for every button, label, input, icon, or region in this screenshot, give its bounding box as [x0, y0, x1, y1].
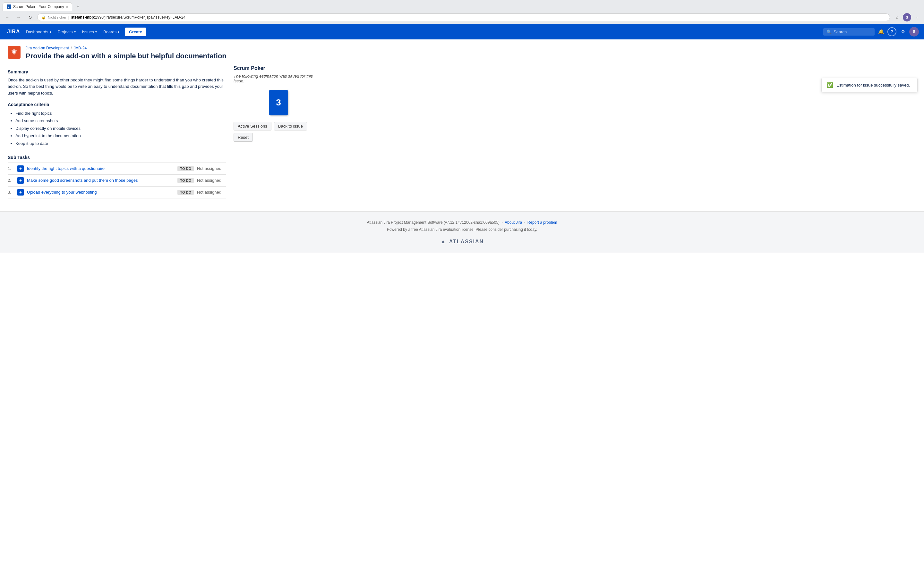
browser-nav-bar: ← → ↻ 🔒 Nicht sicher | stefans-mbp:2990/… — [0, 11, 924, 24]
subtask-number: 1. — [8, 166, 14, 171]
list-item: Keep it up to date — [15, 140, 226, 147]
notification-toast: ✅ Estimation for issue successfully save… — [821, 78, 918, 92]
svg-text:J: J — [8, 5, 9, 8]
breadcrumb-issue-key-link[interactable]: JAD-24 — [74, 46, 87, 50]
bookmark-button[interactable]: ☆ — [893, 13, 901, 22]
address-url: stefans-mbp:2990/jira/secure/ScrumPoker.… — [71, 15, 186, 19]
active-sessions-button[interactable]: Active Sessions — [234, 122, 271, 131]
nav-dashboards[interactable]: Dashboards ▾ — [23, 24, 54, 39]
assignee-text: Not assigned — [197, 166, 226, 171]
atlassian-logo-text: ATLASSIAN — [449, 239, 484, 245]
list-item: Display correctly on mobile devices — [15, 125, 226, 132]
subtask-type-icon — [17, 165, 24, 172]
new-tab-button[interactable]: + — [73, 2, 82, 11]
status-badge: TO DO — [178, 190, 194, 195]
assignee-text: Not assigned — [197, 190, 226, 195]
boards-chevron: ▾ — [118, 30, 120, 34]
summary-text: Once the add-on is used by other people … — [8, 77, 226, 97]
nav-issues[interactable]: Issues ▾ — [79, 24, 100, 39]
address-bar[interactable]: 🔒 Nicht sicher | stefans-mbp:2990/jira/s… — [37, 13, 890, 21]
toast-success-icon: ✅ — [827, 82, 833, 88]
subtask-type-icon — [17, 189, 24, 195]
project-icon — [8, 46, 21, 59]
nav-projects[interactable]: Projects ▾ — [55, 24, 79, 39]
breadcrumb-trail: Jira Add-on Development / JAD-24 — [26, 46, 226, 50]
card-value: 3 — [269, 90, 288, 115]
summary-section: Summary Once the add-on is used by other… — [8, 69, 226, 97]
search-bar[interactable]: 🔍 Search — [823, 28, 875, 35]
jira-logo-text: JIRA — [7, 29, 20, 35]
subtask-link[interactable]: Make some good screenshots and put them … — [27, 178, 174, 183]
table-row: 3. Upload everything to your webhosting … — [8, 187, 226, 198]
main-right-panel: Scrum Poker The following estimation was… — [234, 64, 323, 198]
not-secure-label: Nicht sicher — [48, 15, 66, 19]
back-button[interactable]: ← — [3, 13, 11, 22]
help-button[interactable]: ? — [887, 27, 897, 36]
table-row: 1. Identify the right topics with a ques… — [8, 163, 226, 175]
browser-menu-button[interactable]: ⋮ — [913, 13, 921, 22]
main-left-panel: Summary Once the add-on is used by other… — [8, 64, 226, 198]
tab-title: Scrum Poker - Your Company — [13, 5, 64, 9]
subtask-number: 2. — [8, 178, 14, 183]
tab-close-button[interactable]: × — [66, 5, 68, 9]
breadcrumb-info: Jira Add-on Development / JAD-24 Provide… — [26, 46, 226, 61]
scrum-poker-title: Scrum Poker — [234, 65, 323, 71]
issues-chevron: ▾ — [95, 30, 97, 34]
browser-tab-bar: J Scrum Poker - Your Company × + — [0, 0, 924, 11]
settings-button[interactable]: ⚙ — [898, 27, 908, 37]
acceptance-heading: Acceptance criteria — [8, 102, 226, 107]
toast-message: Estimation for issue successfully saved. — [837, 83, 910, 87]
list-item: Add hyperlink to the documentation — [15, 132, 226, 139]
scrum-poker-panel: Scrum Poker The following estimation was… — [234, 64, 323, 142]
estimation-card: 3 — [234, 90, 323, 115]
subtasks-heading: Sub Tasks — [8, 155, 226, 160]
table-row: 2. Make some good screenshots and put th… — [8, 175, 226, 187]
browser-user-avatar[interactable]: S — [903, 13, 911, 21]
tab-favicon: J — [7, 5, 11, 9]
breadcrumb-area: Jira Add-on Development / JAD-24 Provide… — [0, 39, 924, 64]
notification-button[interactable]: 🔔 — [876, 27, 886, 37]
status-badge: TO DO — [178, 166, 194, 171]
list-item: Find the right topics — [15, 110, 226, 117]
acceptance-list: Find the right topics Add some screensho… — [8, 110, 226, 147]
list-item: Add some screenshots — [15, 117, 226, 124]
summary-heading: Summary — [8, 69, 226, 74]
browser-tab[interactable]: J Scrum Poker - Your Company × — [3, 2, 72, 11]
nav-right: 🔍 Search 🔔 ? ⚙ S — [823, 27, 919, 37]
browser-chrome: J Scrum Poker - Your Company × + ← → ↻ 🔒… — [0, 0, 924, 24]
subtask-link[interactable]: Identify the right topics with a questio… — [27, 166, 174, 171]
projects-chevron: ▾ — [74, 30, 76, 34]
reload-button[interactable]: ↻ — [26, 13, 35, 22]
footer-line1: Atlassian Jira Project Management Softwa… — [8, 219, 916, 226]
acceptance-section: Acceptance criteria Find the right topic… — [8, 102, 226, 147]
nav-boards[interactable]: Boards ▾ — [100, 24, 123, 39]
user-avatar[interactable]: S — [909, 27, 919, 37]
reset-button[interactable]: Reset — [234, 133, 253, 142]
page-content: ✅ Estimation for issue successfully save… — [0, 39, 924, 577]
footer-line2: Powered by a free Atlassian Jira evaluat… — [8, 226, 916, 234]
footer: Atlassian Jira Project Management Softwa… — [0, 211, 924, 253]
report-problem-link[interactable]: Report a problem — [527, 220, 557, 225]
forward-button[interactable]: → — [14, 13, 23, 22]
subtasks-section: Sub Tasks 1. Identify the right topics w… — [8, 155, 226, 198]
scrum-poker-actions: Active Sessions Back to issue Reset — [234, 122, 323, 142]
dashboards-chevron: ▾ — [50, 30, 51, 34]
scrum-poker-subtitle: The following estimation was saved for t… — [234, 74, 323, 83]
subtask-type-icon — [17, 177, 24, 184]
issue-title: Provide the add-on with a simple but hel… — [26, 52, 226, 61]
assignee-text: Not assigned — [197, 178, 226, 183]
create-button[interactable]: Create — [125, 27, 145, 36]
subtask-number: 3. — [8, 190, 14, 195]
back-to-issue-button[interactable]: Back to issue — [274, 122, 307, 131]
main-layout: Summary Once the add-on is used by other… — [0, 64, 924, 198]
status-badge: TO DO — [178, 178, 194, 183]
jira-logo[interactable]: JIRA — [5, 29, 20, 35]
subtask-link[interactable]: Upload everything to your webhosting — [27, 190, 174, 195]
search-icon: 🔍 — [827, 29, 832, 34]
breadcrumb-project-link[interactable]: Jira Add-on Development — [26, 46, 69, 50]
address-separator: | — [68, 15, 69, 19]
jira-top-nav: JIRA Dashboards ▾ Projects ▾ Issues ▾ Bo… — [0, 24, 924, 39]
footer-text: Atlassian Jira Project Management Softwa… — [8, 219, 916, 233]
about-jira-link[interactable]: About Jira — [505, 220, 522, 225]
browser-right-icons: ☆ S ⋮ — [893, 13, 921, 22]
